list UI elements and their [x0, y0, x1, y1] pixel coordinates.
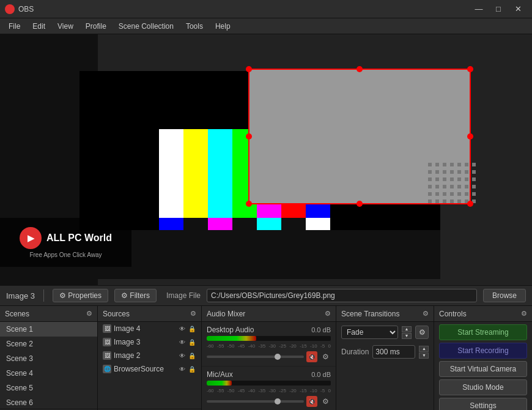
menu-item-scene-collection[interactable]: Scene Collection	[113, 20, 180, 32]
source-lock-button[interactable]: 🔒	[188, 324, 196, 333]
preview-area: ▶ ALL PC World Free Apps One Click Away	[0, 34, 532, 285]
start-recording-button[interactable]: Start Recording	[439, 343, 527, 359]
audio-slider-thumb[interactable]	[275, 398, 281, 404]
scene-item[interactable]: Scene 1	[0, 322, 97, 337]
audio-controls-row: 🔇 ⚙	[207, 396, 331, 407]
audio-settings-button[interactable]: ⚙	[320, 351, 331, 362]
scene-item[interactable]: Scene 5	[0, 381, 97, 395]
audio-meter	[207, 381, 331, 386]
controls-buttons: Start StreamingStart RecordingStart Virt…	[434, 322, 532, 410]
menu-item-view[interactable]: View	[51, 20, 79, 32]
audio-tick: -20	[289, 343, 297, 349]
studio-mode-button[interactable]: Studio Mode	[439, 379, 527, 395]
audio-tick: -35	[259, 343, 266, 349]
menubar: FileEditViewProfileScene CollectionTools…	[0, 18, 532, 34]
audio-tick: 0	[328, 388, 330, 393]
window-controls: — □ ✕	[470, 2, 527, 16]
sources-panel-icon[interactable]: ⚙	[190, 310, 196, 318]
audio-db-level: 0.0 dB	[311, 371, 331, 378]
scene-item[interactable]: Scene 3	[0, 351, 97, 366]
source-type-icon: 🖼	[103, 351, 111, 360]
settings-button[interactable]: Settings	[439, 398, 527, 410]
close-button[interactable]: ✕	[509, 2, 527, 16]
browse-button[interactable]: Browse	[483, 289, 526, 302]
maximize-button[interactable]: □	[489, 2, 508, 16]
audio-channel: Mic/Aux 0.0 dB -60-55-50-45-40-35-30-25-…	[202, 367, 336, 410]
audio-tick: -10	[310, 343, 317, 349]
source-lock-button[interactable]: 🔒	[188, 338, 196, 346]
audio-tick: -10	[310, 388, 317, 393]
audio-settings-button[interactable]: ⚙	[320, 396, 331, 407]
source-label-bar: Image 3 ⚙ Properties ⚙ Filters Image Fil…	[0, 285, 532, 306]
audio-tick: -5	[320, 343, 325, 349]
audio-volume-slider[interactable]	[207, 400, 304, 403]
audio-tick: -35	[259, 388, 266, 393]
scene-item[interactable]: Scene 6	[0, 395, 97, 409]
start-virtual-camera-button[interactable]: Start Virtual Camera	[439, 361, 527, 377]
properties-button[interactable]: ⚙ Properties	[53, 289, 108, 302]
filepath-input[interactable]	[207, 289, 477, 302]
transition-settings-button[interactable]: ⚙	[415, 326, 429, 339]
audio-meter	[207, 336, 331, 341]
transition-type-row: Fade Cut Swipe ▲ ▼ ⚙	[336, 322, 434, 343]
audio-tick: -30	[268, 343, 276, 349]
scenes-panel-icon[interactable]: ⚙	[86, 310, 92, 318]
audio-channel-header: Mic/Aux 0.0 dB	[207, 370, 331, 379]
duration-spin-down[interactable]: ▼	[419, 352, 429, 359]
audio-slider-thumb[interactable]	[275, 354, 281, 360]
minimize-button[interactable]: —	[470, 2, 488, 16]
duration-input[interactable]	[372, 345, 415, 359]
source-eye-button[interactable]: 👁	[178, 324, 187, 333]
audio-mute-button[interactable]: 🔇	[306, 351, 317, 362]
source-item[interactable]: 🖼 Image 3 👁 🔒	[98, 335, 201, 349]
source-eye-button[interactable]: 👁	[178, 365, 187, 373]
app-icon	[5, 4, 15, 14]
spin-up[interactable]: ▲	[402, 326, 412, 332]
audio-ticks: -60-55-50-45-40-35-30-25-20-15-10-50	[207, 388, 331, 393]
audio-tick: -25	[279, 343, 286, 349]
audio-mixer-panel: Audio Mixer ⚙ Desktop Audio 0.0 dB -60-5…	[202, 306, 336, 410]
audio-tick: -40	[248, 388, 256, 393]
scenes-panel-header: Scenes ⚙	[0, 306, 97, 322]
spin-down[interactable]: ▼	[402, 333, 412, 339]
audio-channel-header: Desktop Audio 0.0 dB	[207, 326, 331, 334]
source-item[interactable]: 🖼 Image 4 👁 🔒	[98, 322, 201, 335]
transitions-panel-icon[interactable]: ⚙	[423, 310, 429, 318]
source-eye-button[interactable]: 👁	[178, 351, 187, 360]
menu-item-help[interactable]: Help	[209, 20, 237, 32]
source-name: Image 2	[114, 351, 175, 360]
audio-volume-slider[interactable]	[207, 356, 304, 358]
audio-tick: -50	[227, 388, 235, 393]
source-lock-button[interactable]: 🔒	[188, 351, 196, 360]
audio-tick: 0	[328, 343, 330, 349]
source-item[interactable]: 🖼 Image 2 👁 🔒	[98, 349, 201, 362]
separator	[43, 289, 44, 302]
audio-panel-icon[interactable]: ⚙	[325, 310, 331, 318]
audio-tick: -45	[238, 388, 245, 393]
duration-row: Duration ▲ ▼	[336, 343, 434, 361]
audio-mute-button[interactable]: 🔇	[306, 396, 317, 407]
menu-item-profile[interactable]: Profile	[79, 20, 113, 32]
controls-panel-icon[interactable]: ⚙	[521, 310, 527, 318]
sources-panel-header: Sources ⚙	[98, 306, 201, 322]
transition-type-select[interactable]: Fade Cut Swipe	[341, 326, 398, 339]
source-controls: 👁 🔒	[178, 338, 196, 346]
menu-item-tools[interactable]: Tools	[180, 20, 209, 32]
controls-panel: Controls ⚙ Start StreamingStart Recordin…	[434, 306, 532, 410]
transition-spinner: ▲ ▼	[402, 326, 412, 339]
source-eye-button[interactable]: 👁	[178, 338, 187, 346]
transitions-content: Fade Cut Swipe ▲ ▼ ⚙ Duration ▲ ▼	[336, 322, 434, 410]
scene-item[interactable]: Scene 2	[0, 337, 97, 351]
start-streaming-button[interactable]: Start Streaming	[439, 324, 527, 340]
audio-db-level: 0.0 dB	[311, 326, 331, 334]
audio-ticks: -60-55-50-45-40-35-30-25-20-15-10-50	[207, 343, 331, 349]
audio-tick: -15	[300, 343, 307, 349]
scene-item[interactable]: Scene 4	[0, 366, 97, 381]
filters-button[interactable]: ⚙ Filters	[114, 289, 157, 302]
menu-item-file[interactable]: File	[2, 20, 26, 32]
source-name: Image 3	[114, 338, 175, 346]
menu-item-edit[interactable]: Edit	[26, 20, 51, 32]
duration-spin-up[interactable]: ▲	[419, 346, 429, 352]
source-lock-button[interactable]: 🔒	[188, 365, 196, 373]
source-item[interactable]: 🌐 BrowserSource 👁 🔒	[98, 362, 201, 376]
